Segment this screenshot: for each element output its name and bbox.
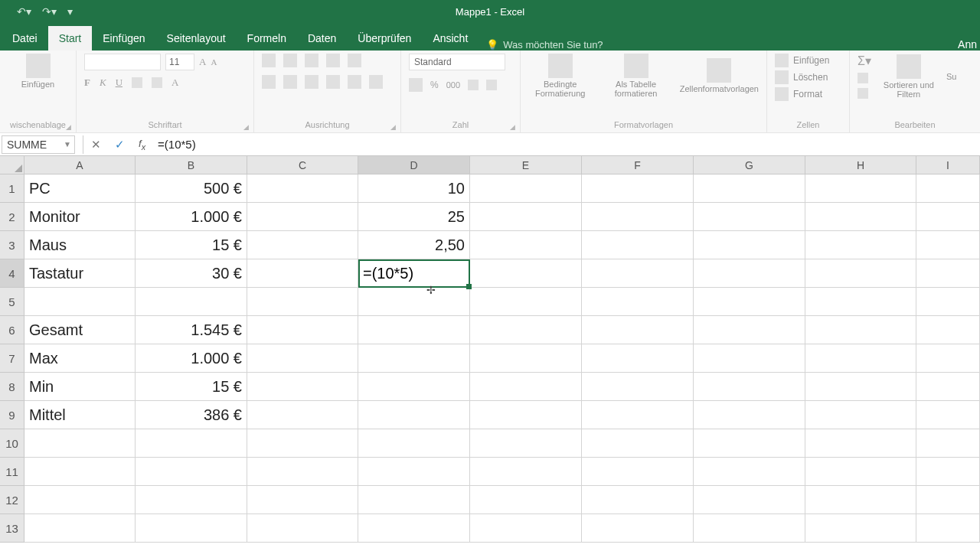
cell-F7[interactable] bbox=[582, 344, 694, 373]
italic-button[interactable]: K bbox=[100, 77, 106, 89]
tab-einfuegen[interactable]: Einfügen bbox=[92, 26, 155, 51]
cell-C4[interactable] bbox=[247, 259, 358, 288]
cell-A4[interactable]: Tastatur bbox=[24, 259, 136, 288]
cell-I6[interactable] bbox=[916, 316, 980, 344]
decrease-decimal-icon[interactable] bbox=[486, 80, 497, 90]
row-header-3[interactable]: 3 bbox=[0, 231, 24, 259]
cell-G13[interactable] bbox=[694, 514, 805, 543]
cell-H9[interactable] bbox=[805, 401, 916, 429]
cell-styles-button[interactable]: Zellenformatvorlagen bbox=[680, 58, 759, 93]
col-header-H[interactable]: H bbox=[805, 156, 916, 174]
align-right-icon[interactable] bbox=[305, 75, 318, 89]
col-header-F[interactable]: F bbox=[582, 156, 694, 174]
cell-I7[interactable] bbox=[916, 344, 980, 373]
cell-E6[interactable] bbox=[470, 316, 582, 344]
worksheet[interactable]: A B C D E F G H I 1PC500 €102Monitor1.00… bbox=[0, 156, 980, 543]
align-bottom-icon[interactable] bbox=[305, 54, 318, 67]
cell-H4[interactable] bbox=[805, 259, 916, 288]
cell-G7[interactable] bbox=[694, 344, 805, 373]
cell-F5[interactable] bbox=[582, 288, 694, 316]
cell-C5[interactable] bbox=[247, 288, 358, 316]
decrease-indent-icon[interactable] bbox=[326, 75, 340, 89]
cell-D2[interactable]: 25 bbox=[358, 203, 470, 231]
find-select-button[interactable]: Su bbox=[946, 72, 956, 81]
cell-H13[interactable] bbox=[805, 514, 916, 543]
row-header-8[interactable]: 8 bbox=[0, 373, 24, 401]
cell-I5[interactable] bbox=[916, 288, 980, 316]
cell-B8[interactable]: 15 € bbox=[136, 373, 247, 401]
cell-F12[interactable] bbox=[582, 486, 694, 514]
cell-B10[interactable] bbox=[136, 429, 247, 458]
tab-daten[interactable]: Daten bbox=[297, 26, 347, 51]
cell-I2[interactable] bbox=[916, 203, 980, 231]
format-cells-button[interactable]: Format bbox=[775, 87, 841, 101]
merge-center-icon[interactable] bbox=[369, 75, 383, 89]
col-header-I[interactable]: I bbox=[916, 156, 980, 174]
cell-I11[interactable] bbox=[916, 458, 980, 486]
font-size-combo[interactable] bbox=[165, 54, 194, 70]
cell-D10[interactable] bbox=[358, 429, 470, 458]
number-format-combo[interactable]: Standard bbox=[409, 54, 505, 70]
row-header-7[interactable]: 7 bbox=[0, 344, 24, 373]
enter-icon[interactable]: ✓ bbox=[115, 138, 125, 152]
cell-D8[interactable] bbox=[358, 373, 470, 401]
cell-E5[interactable] bbox=[470, 288, 582, 316]
cell-H8[interactable] bbox=[805, 373, 916, 401]
cell-B5[interactable] bbox=[136, 288, 247, 316]
cell-G2[interactable] bbox=[694, 203, 805, 231]
clear-icon[interactable] bbox=[858, 88, 868, 99]
col-header-C[interactable]: C bbox=[247, 156, 358, 174]
tab-ansicht[interactable]: Ansicht bbox=[422, 26, 479, 51]
cell-E9[interactable] bbox=[470, 401, 582, 429]
cell-H1[interactable] bbox=[805, 174, 916, 203]
cell-H11[interactable] bbox=[805, 458, 916, 486]
tab-ueberpruefen[interactable]: Überprüfen bbox=[347, 26, 422, 51]
tell-me-search[interactable]: 💡 Was möchten Sie tun? bbox=[486, 39, 603, 51]
cell-I13[interactable] bbox=[916, 514, 980, 543]
cell-E3[interactable] bbox=[470, 231, 582, 259]
accounting-icon[interactable] bbox=[409, 78, 423, 92]
row-header-5[interactable]: 5 bbox=[0, 288, 24, 316]
cell-D4[interactable]: =(10*5) bbox=[358, 259, 470, 288]
cancel-icon[interactable]: ✕ bbox=[91, 138, 101, 152]
cell-F8[interactable] bbox=[582, 373, 694, 401]
cell-C7[interactable] bbox=[247, 344, 358, 373]
autosum-icon[interactable]: Σ▾ bbox=[858, 54, 871, 68]
cell-F13[interactable] bbox=[582, 514, 694, 543]
cell-C1[interactable] bbox=[247, 174, 358, 203]
cell-C8[interactable] bbox=[247, 373, 358, 401]
wrap-text-icon[interactable] bbox=[348, 54, 361, 67]
percent-icon[interactable]: % bbox=[430, 80, 439, 90]
cell-G6[interactable] bbox=[694, 316, 805, 344]
cell-C2[interactable] bbox=[247, 203, 358, 231]
cell-E1[interactable] bbox=[470, 174, 582, 203]
cell-B2[interactable]: 1.000 € bbox=[136, 203, 247, 231]
cell-F1[interactable] bbox=[582, 174, 694, 203]
cell-D3[interactable]: 2,50 bbox=[358, 231, 470, 259]
cell-C11[interactable] bbox=[247, 458, 358, 486]
cell-I12[interactable] bbox=[916, 486, 980, 514]
cell-D11[interactable] bbox=[358, 458, 470, 486]
cell-G10[interactable] bbox=[694, 429, 805, 458]
cell-E7[interactable] bbox=[470, 344, 582, 373]
cell-D7[interactable] bbox=[358, 344, 470, 373]
cell-C9[interactable] bbox=[247, 401, 358, 429]
cell-I4[interactable] bbox=[916, 259, 980, 288]
dialog-launcher-icon[interactable]: ◢ bbox=[510, 123, 515, 131]
redo-icon[interactable]: ↷▾ bbox=[42, 5, 57, 18]
cell-A12[interactable] bbox=[24, 486, 136, 514]
decrease-font-icon[interactable]: A bbox=[211, 57, 217, 67]
cell-F9[interactable] bbox=[582, 401, 694, 429]
tab-formeln[interactable]: Formeln bbox=[237, 26, 297, 51]
cell-G8[interactable] bbox=[694, 373, 805, 401]
tab-start[interactable]: Start bbox=[48, 26, 93, 51]
fill-color-icon[interactable] bbox=[152, 77, 162, 88]
cell-C3[interactable] bbox=[247, 231, 358, 259]
cell-D1[interactable]: 10 bbox=[358, 174, 470, 203]
cell-B12[interactable] bbox=[136, 486, 247, 514]
cell-G3[interactable] bbox=[694, 231, 805, 259]
cell-A13[interactable] bbox=[24, 514, 136, 543]
cell-H6[interactable] bbox=[805, 316, 916, 344]
cell-F10[interactable] bbox=[582, 429, 694, 458]
cell-D13[interactable] bbox=[358, 514, 470, 543]
